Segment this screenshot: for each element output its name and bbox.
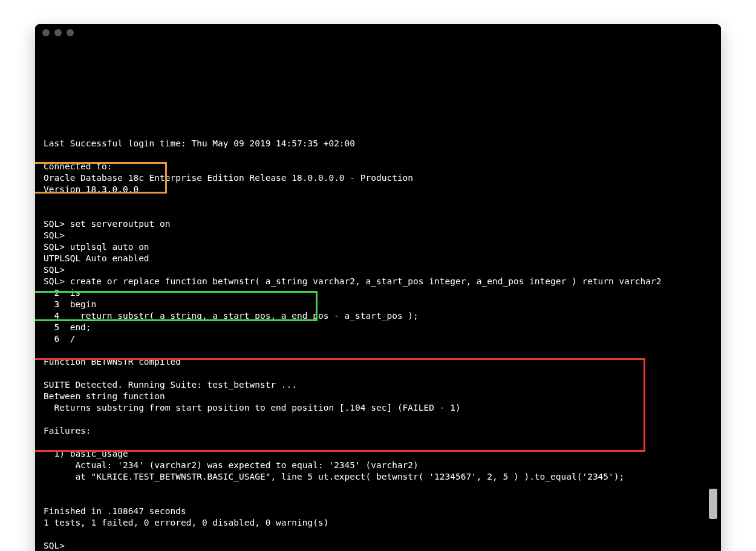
terminal-line: [44, 126, 712, 138]
terminal-line: [44, 414, 712, 425]
terminal-line: SUITE Detected. Running Suite: test_betw…: [44, 379, 712, 391]
terminal-line: Last Successful login time: Thu May 09 2…: [44, 138, 712, 149]
terminal-line: Connected to:: [44, 161, 712, 172]
terminal-line: [44, 494, 712, 506]
terminal-line: [44, 483, 712, 494]
terminal-line: SQL> set serveroutput on: [44, 218, 712, 230]
terminal-line: UTPLSQL Auto enabled: [44, 253, 712, 264]
terminal-line: SQL> utplsql auto on: [44, 241, 712, 253]
terminal-line: Between string function: [44, 391, 712, 402]
terminal-line: 4 return substr( a_string, a_start_pos, …: [44, 310, 712, 322]
terminal-line: Finished in .108647 seconds: [44, 506, 712, 517]
terminal-line: [44, 345, 712, 356]
minimize-icon[interactable]: [54, 29, 62, 36]
titlebar[interactable]: [35, 24, 721, 41]
terminal-line: Returns substring from start position to…: [44, 402, 712, 414]
terminal-line: [44, 368, 712, 379]
terminal-line: [44, 437, 712, 448]
terminal-line: [44, 207, 712, 218]
scrollbar-thumb[interactable]: [709, 489, 717, 519]
terminal-line: 3 begin: [44, 299, 712, 310]
terminal-window: Last Successful login time: Thu May 09 2…: [35, 24, 721, 551]
terminal-line: Version 18.3.0.0.0: [44, 184, 712, 195]
terminal-line: 6 /: [44, 333, 712, 345]
terminal-line: 1) basic_usage: [44, 448, 712, 460]
terminal-line: [44, 195, 712, 207]
terminal-output[interactable]: Last Successful login time: Thu May 09 2…: [35, 41, 721, 551]
maximize-icon[interactable]: [67, 29, 74, 36]
terminal-line: SQL>: [44, 540, 712, 551]
terminal-line: [44, 529, 712, 540]
terminal-line: Function BETWNSTR compiled: [44, 356, 712, 368]
terminal-line: [44, 149, 712, 161]
terminal-line: Oracle Database 18c Enterprise Edition R…: [44, 172, 712, 184]
terminal-line: Actual: '234' (varchar2) was expected to…: [44, 460, 712, 471]
terminal-line: SQL>: [44, 230, 712, 241]
terminal-line: Failures:: [44, 425, 712, 437]
terminal-line: 2 is: [44, 287, 712, 299]
terminal-line: 5 end;: [44, 322, 712, 333]
terminal-line: SQL>: [44, 264, 712, 276]
terminal-line: at "KLRICE.TEST_BETWNSTR.BASIC_USAGE", l…: [44, 471, 712, 483]
terminal-line: 1 tests, 1 failed, 0 errored, 0 disabled…: [44, 517, 712, 529]
close-icon[interactable]: [42, 29, 50, 36]
terminal-line: SQL> create or replace function betwnstr…: [44, 276, 712, 287]
